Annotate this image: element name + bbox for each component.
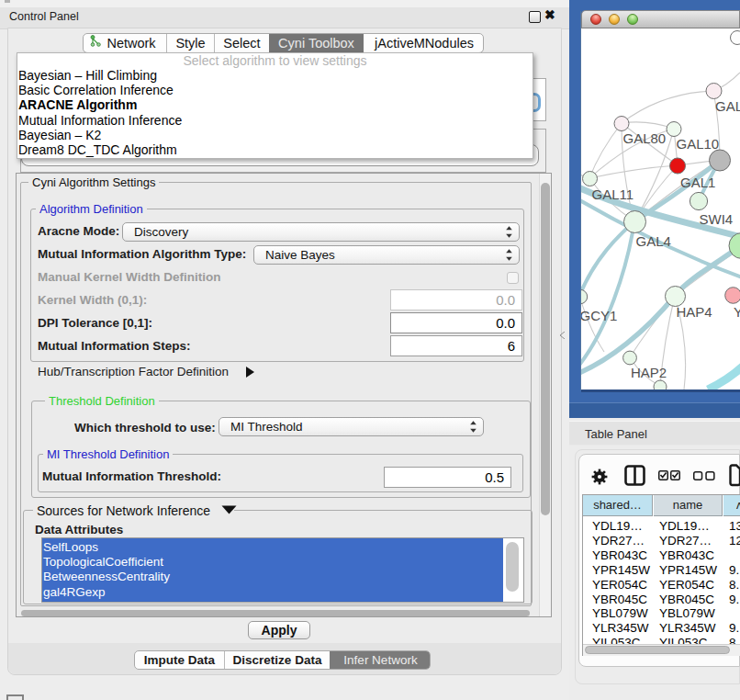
svg-text:GAL11: GAL11 — [592, 186, 634, 202]
svg-text:Y: Y — [734, 304, 740, 320]
svg-text:GAL4: GAL4 — [636, 233, 671, 249]
svg-text:GCY1: GCY1 — [581, 308, 617, 323]
svg-text:GAL10: GAL10 — [677, 136, 720, 152]
svg-text:HAP4: HAP4 — [677, 304, 712, 320]
svg-text:GAL: GAL — [715, 98, 740, 114]
svg-text:SWI4: SWI4 — [700, 211, 734, 227]
svg-text:GAL80: GAL80 — [623, 130, 667, 146]
svg-text:GAL1: GAL1 — [680, 175, 715, 190]
svg-text:HAP2: HAP2 — [631, 365, 667, 380]
